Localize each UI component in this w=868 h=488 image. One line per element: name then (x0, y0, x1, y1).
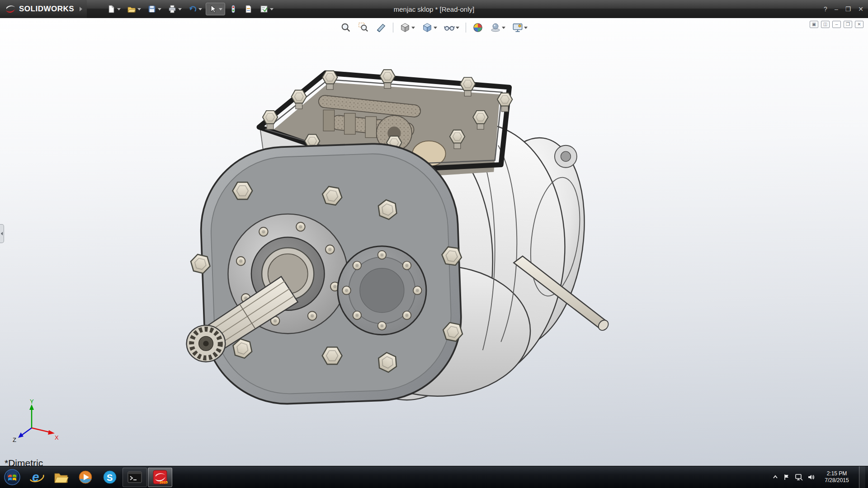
save-button[interactable] (145, 3, 164, 15)
toolbar-separator (466, 23, 466, 33)
dropdown-arrow-icon[interactable] (219, 8, 222, 10)
appearance-ball-icon (472, 22, 483, 33)
taskbar-windows-explorer[interactable] (49, 466, 73, 488)
view-orientation-label: *Dimetric (5, 458, 43, 466)
hidden-icons-chevron-icon[interactable] (772, 474, 778, 480)
reference-triad[interactable]: Y X Z (12, 399, 59, 442)
taskbar: e S 2015 (0, 466, 868, 488)
zoom-to-area-icon (358, 22, 369, 33)
dropdown-arrow-icon[interactable] (456, 27, 459, 29)
doc-close-icon[interactable]: ✕ (855, 21, 863, 28)
graphics-viewport[interactable]: ▣ ◫ – ❐ ✕ Y X Z *Dimetric (0, 18, 868, 466)
tray-time: 2:15 PM (819, 470, 854, 477)
select-button[interactable] (206, 3, 225, 15)
dropdown-arrow-icon[interactable] (434, 27, 437, 29)
select-cursor-icon (208, 5, 217, 14)
options-button[interactable] (257, 3, 276, 15)
view-settings-button[interactable] (510, 21, 529, 34)
print-icon (168, 5, 177, 14)
tray-clock[interactable]: 2:15 PM 7/28/2015 (819, 470, 854, 484)
network-status-icon[interactable] (795, 474, 803, 481)
svg-text:S: S (107, 473, 113, 483)
edit-appearance-button[interactable] (471, 21, 485, 34)
rebuild-icon (229, 5, 238, 14)
volume-icon[interactable] (807, 474, 815, 481)
dropdown-arrow-icon[interactable] (117, 8, 121, 10)
windows-start-orb-icon (4, 469, 21, 486)
print-button[interactable] (165, 3, 184, 15)
apply-scene-button[interactable] (488, 21, 507, 34)
start-button[interactable] (0, 466, 24, 488)
display-style-button[interactable] (420, 21, 439, 34)
solidworks-logo-icon (5, 3, 16, 15)
taskbar-internet-explorer[interactable]: e (24, 466, 49, 488)
doc-split-icon[interactable]: ◫ (821, 21, 830, 28)
minimize-button[interactable]: – (835, 5, 838, 13)
solidworks-logo: SOLIDWORKS (0, 0, 87, 18)
panel-collapse-handle[interactable] (0, 224, 4, 243)
taskbar-solidworks[interactable]: 2015 (148, 468, 172, 487)
eyeglasses-icon (444, 22, 455, 33)
help-button[interactable]: ? (824, 5, 827, 13)
taskbar-media-player[interactable] (73, 466, 98, 488)
zoom-to-area-button[interactable] (356, 21, 371, 34)
doc-minimize-icon[interactable]: – (832, 21, 841, 28)
scene-icon (490, 22, 501, 33)
folder-icon (53, 469, 69, 485)
rebuild-button[interactable] (226, 3, 241, 15)
media-player-icon (77, 469, 94, 485)
taskbar-messenger[interactable]: S (98, 466, 122, 488)
toolbar-separator (393, 23, 393, 33)
tray-date: 7/28/2015 (819, 477, 854, 484)
hide-show-items-button[interactable] (442, 21, 461, 34)
view-orientation-cube-icon (400, 22, 410, 33)
internet-explorer-icon: e (28, 469, 45, 485)
triad-y-label: Y (30, 399, 34, 405)
view-orientation-button[interactable] (398, 21, 417, 34)
dropdown-arrow-icon[interactable] (411, 27, 415, 29)
action-center-flag-icon[interactable] (783, 474, 790, 481)
section-view-icon (376, 22, 387, 33)
open-button[interactable] (124, 3, 144, 15)
dropdown-arrow-icon[interactable] (178, 8, 182, 10)
brand-menu-caret-icon[interactable] (80, 7, 82, 11)
doc-new-window-icon[interactable]: ▣ (810, 21, 818, 28)
show-desktop-button[interactable] (859, 466, 865, 488)
zoom-to-fit-button[interactable] (339, 21, 353, 34)
triad-z-label: Z (13, 436, 16, 442)
heads-up-toolbar (339, 21, 529, 34)
solidworks-taskbar-icon: 2015 (152, 469, 168, 485)
gearbox-3d-model[interactable] (0, 18, 868, 466)
zoom-to-fit-icon (340, 22, 351, 33)
command-prompt-icon (127, 469, 143, 485)
dropdown-arrow-icon[interactable] (198, 8, 202, 10)
solidworks-version-badge: 2015 (160, 480, 168, 484)
dropdown-arrow-icon[interactable] (270, 8, 274, 10)
maximize-button[interactable]: ❐ (845, 5, 851, 13)
taskbar-command-prompt[interactable] (123, 468, 147, 487)
messenger-icon: S (102, 469, 118, 485)
new-document-button[interactable] (104, 3, 123, 15)
view-settings-icon (512, 22, 523, 33)
file-toolbar (104, 3, 276, 15)
close-button[interactable]: ✕ (858, 5, 863, 13)
document-window-controls: ▣ ◫ – ❐ ✕ (810, 21, 863, 28)
open-folder-icon (127, 5, 136, 14)
brand-name: SOLIDWORKS (19, 5, 74, 14)
file-properties-button[interactable] (241, 3, 256, 15)
save-icon (147, 5, 156, 14)
options-icon (259, 5, 269, 14)
undo-button[interactable] (185, 3, 205, 15)
new-document-icon (107, 5, 116, 14)
dropdown-arrow-icon[interactable] (524, 27, 528, 29)
doc-restore-icon[interactable]: ❐ (844, 21, 852, 28)
file-properties-icon (244, 5, 253, 14)
dropdown-arrow-icon[interactable] (137, 8, 141, 10)
display-style-icon (422, 22, 433, 33)
dropdown-arrow-icon[interactable] (158, 8, 161, 10)
dropdown-arrow-icon[interactable] (502, 27, 505, 29)
section-view-button[interactable] (374, 21, 388, 34)
model-front-flange (187, 141, 464, 407)
undo-icon (188, 5, 197, 14)
titlebar: SOLIDWORKS (0, 0, 868, 18)
